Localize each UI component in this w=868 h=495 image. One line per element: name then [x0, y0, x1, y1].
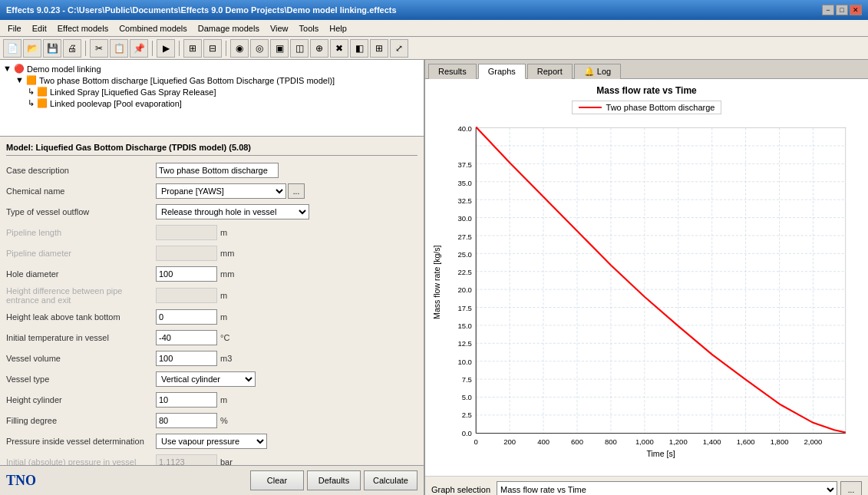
height-leak-row: Height leak above tank bottom m — [6, 309, 417, 325]
x-label-1800: 1,800 — [771, 437, 789, 446]
init-pressure-label: Initial (absolute) pressure in vessel — [6, 457, 156, 465]
pressure-det-select[interactable]: Use vapour pressure — [156, 434, 267, 449]
x-label-1000: 1,000 — [635, 437, 654, 446]
tab-report[interactable]: Report — [527, 64, 573, 79]
restore-button[interactable]: □ — [836, 5, 848, 15]
y-label-27.5: 27.5 — [457, 233, 472, 241]
tool7-button[interactable]: ◧ — [350, 39, 368, 58]
tool9-button[interactable]: ⤢ — [390, 39, 408, 58]
open-button[interactable]: 📂 — [23, 39, 41, 58]
menu-tools[interactable]: Tools — [295, 22, 324, 35]
copy-button[interactable]: 📋 — [110, 39, 128, 58]
menu-combined-models[interactable]: Combined models — [114, 22, 192, 35]
height-cyl-unit: m — [220, 395, 227, 404]
tree-child1-2-label: Linked poolevap [Pool evaporation] — [50, 99, 182, 108]
filling-row: Filling degree % — [6, 412, 417, 429]
log-icon: 🔔 — [584, 67, 597, 76]
print-button[interactable]: 🖨 — [63, 39, 81, 58]
tree-child1-2[interactable]: ↳ 🟧 Linked poolevap [Pool evaporation] — [28, 97, 421, 109]
close-button[interactable]: ✕ — [850, 5, 862, 15]
height-cyl-input[interactable] — [156, 392, 217, 408]
tool1-button[interactable]: ◉ — [230, 39, 249, 58]
x-label-1400: 1,400 — [703, 437, 721, 446]
tab-graphs[interactable]: Graphs — [478, 64, 526, 79]
toolbar-sep1 — [85, 41, 86, 56]
vessel-vol-label: Vessel volume — [6, 354, 156, 363]
case-desc-input[interactable] — [156, 163, 279, 178]
tool6-button[interactable]: ✖ — [330, 39, 348, 58]
filling-input[interactable] — [156, 413, 217, 428]
graph-sel-button[interactable]: ... — [840, 481, 862, 495]
y-label-17.5: 17.5 — [457, 304, 472, 312]
menu-damage-models[interactable]: Damage models — [193, 22, 264, 35]
window-title: Effects 9.0.23 - C:\Users\Public\Documen… — [6, 5, 397, 15]
init-temp-input[interactable] — [156, 330, 217, 345]
calculate-button[interactable]: Calculate — [364, 470, 417, 490]
left-panel: ▼ 🔴 Demo model linking ▼ 🟧 Two phase Bot… — [0, 60, 425, 495]
y-label-32.5: 32.5 — [457, 196, 472, 205]
tree-child1-1[interactable]: ↳ 🟧 Linked Spray [Liquefied Gas Spray Re… — [28, 86, 421, 97]
zoom-fit-button[interactable]: ⊞ — [183, 39, 202, 58]
height-cyl-row: Height cylinder m — [6, 391, 417, 408]
tool3-button[interactable]: ▣ — [270, 39, 289, 58]
x-label-0: 0 — [474, 437, 478, 446]
pipeline-length-input — [156, 225, 217, 240]
chemical-select[interactable]: Propane [YAWS] — [156, 183, 286, 199]
graph-sel-select[interactable]: Mass flow rate vs Time — [497, 481, 837, 495]
cut-button[interactable]: ✂ — [90, 39, 108, 58]
hole-dia-unit: mm — [220, 269, 234, 279]
y-label-40: 40.0 — [457, 124, 472, 133]
chemical-browse-button[interactable]: ... — [288, 183, 305, 199]
tab-log[interactable]: 🔔 Log — [574, 64, 621, 79]
svg-rect-0 — [476, 128, 846, 434]
menu-effect-models[interactable]: Effect models — [53, 22, 113, 35]
legend-label: Two phase Bottom discharge — [606, 103, 715, 112]
grid-button[interactable]: ⊟ — [203, 39, 222, 58]
pipeline-length-unit: m — [220, 228, 227, 237]
vessel-vol-input[interactable] — [156, 351, 217, 366]
vessel-type-row: Vessel type Vertical cylinder Horizontal… — [6, 371, 417, 388]
init-temp-row: Initial temperature in vessel °C — [6, 329, 417, 346]
tab-results[interactable]: Results — [428, 64, 477, 79]
menu-edit[interactable]: Edit — [28, 22, 51, 35]
vessel-type-label: Vessel type — [6, 375, 156, 384]
defaults-button[interactable]: Defaults — [307, 470, 361, 490]
tool4-button[interactable]: ◫ — [290, 39, 309, 58]
height-diff-row: Height difference between pipe entrance … — [6, 286, 417, 305]
clear-button[interactable]: Clear — [250, 470, 304, 490]
new-button[interactable]: 📄 — [3, 39, 21, 58]
run-button[interactable]: ▶ — [157, 39, 175, 58]
tabs-bar: Results Graphs Report 🔔 Log — [425, 60, 868, 79]
vessel-outflow-select[interactable]: Release through hole in vessel — [156, 204, 309, 219]
tool2-button[interactable]: ◎ — [250, 39, 269, 58]
hole-dia-input[interactable] — [156, 266, 217, 282]
y-label-12.5: 12.5 — [457, 339, 472, 348]
x-axis-title: Time [s] — [646, 449, 675, 458]
init-pressure-row: Initial (absolute) pressure in vessel ba… — [6, 454, 417, 465]
y-label-35: 35.0 — [457, 179, 472, 187]
legend-line — [579, 107, 602, 108]
x-label-800: 800 — [605, 437, 617, 446]
pressure-det-row: Pressure inside vessel determination Use… — [6, 433, 417, 450]
tree-child1-1-icon: ↳ 🟧 — [28, 87, 48, 97]
hole-dia-row: Hole diameter mm — [6, 266, 417, 282]
minimize-button[interactable]: − — [822, 5, 834, 15]
tree-child1[interactable]: ▼ 🟧 Two phase Bottom discharge [Liquefie… — [15, 74, 421, 86]
pipeline-dia-label: Pipeline diameter — [6, 249, 156, 258]
menu-file[interactable]: File — [3, 22, 26, 35]
y-label-37.5: 37.5 — [457, 160, 472, 169]
tool8-button[interactable]: ⊞ — [370, 39, 388, 58]
tool5-button[interactable]: ⊕ — [310, 39, 328, 58]
menu-help[interactable]: Help — [325, 22, 351, 35]
menu-view[interactable]: View — [266, 22, 293, 35]
vessel-type-select[interactable]: Vertical cylinder Horizontal cylinder Sp… — [156, 371, 256, 387]
toolbar-sep3 — [179, 41, 180, 56]
save-button[interactable]: 💾 — [43, 39, 61, 58]
tree-root-label: Demo model linking — [27, 64, 101, 74]
tree-root[interactable]: ▼ 🔴 Demo model linking — [3, 63, 421, 74]
paste-button[interactable]: 📌 — [130, 39, 148, 58]
toolbar: 📄 📂 💾 🖨 ✂ 📋 📌 ▶ ⊞ ⊟ ◉ ◎ ▣ ◫ ⊕ ✖ ◧ ⊞ ⤢ — [0, 37, 868, 60]
y-label-15: 15.0 — [457, 322, 472, 330]
y-label-20: 20.0 — [457, 285, 472, 294]
height-leak-input[interactable] — [156, 309, 217, 325]
